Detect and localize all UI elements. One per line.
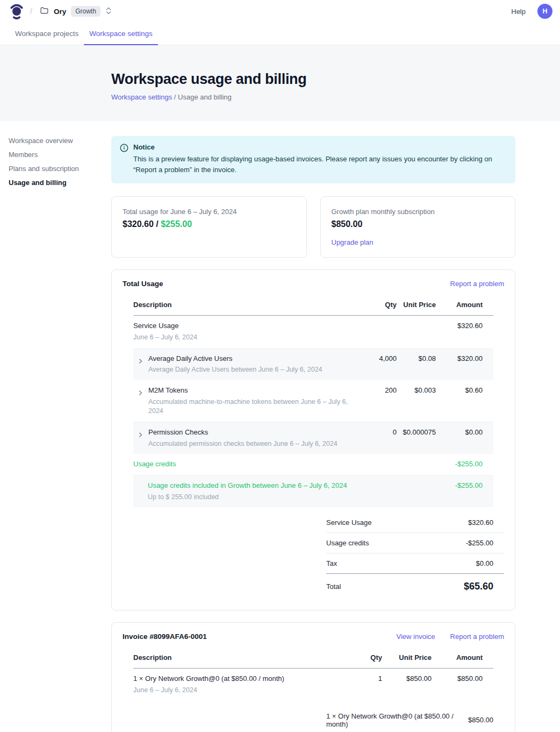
summary-value: $0.00 xyxy=(476,559,504,567)
usage-table: Description Qty Unit Price Amount Servic… xyxy=(133,294,493,507)
summary-label: 1 × Ory Network Growth@0 (at $850.00 / m… xyxy=(326,712,468,728)
summary-label: Service Usage xyxy=(326,518,372,527)
plan-label: Growth plan monthly subscription xyxy=(332,208,505,216)
row-qty: 1 xyxy=(347,674,382,684)
user-avatar[interactable]: H xyxy=(537,4,552,19)
row-subtitle: June 6 – July 6, 2024 xyxy=(133,686,347,695)
row-amount: $0.00 xyxy=(436,428,493,438)
info-icon xyxy=(120,144,128,175)
table-row: Usage credits included in Growth between… xyxy=(133,475,493,507)
help-link[interactable]: Help xyxy=(511,8,526,16)
summary-value: $850.00 xyxy=(468,716,504,724)
tab-workspace-projects[interactable]: Workspace projects xyxy=(10,23,84,45)
upgrade-plan-link[interactable]: Upgrade plan xyxy=(332,238,374,246)
col-qty: Qty xyxy=(347,647,382,668)
total-usage-value: $320.60 / $255.00 xyxy=(123,219,296,229)
top-bar: / Ory Growth Help H xyxy=(0,0,560,23)
total-usage-label: Total usage for June 6 – July 6, 2024 xyxy=(123,208,296,216)
folder-icon xyxy=(40,6,54,17)
plan-badge: Growth xyxy=(71,6,100,17)
row-unit-price: $850.00 xyxy=(382,674,432,684)
row-subtitle: Up to $ 255.00 included xyxy=(148,493,436,502)
col-description: Description xyxy=(133,294,349,315)
row-title: Usage credits included in Growth between… xyxy=(148,481,436,491)
row-title: Average Daily Active Users xyxy=(148,354,322,364)
usage-table-header: Description Qty Unit Price Amount xyxy=(133,294,493,316)
row-qty: 4,000 xyxy=(349,354,397,364)
row-qty: 0 xyxy=(349,428,397,438)
table-row: Usage credits -$255.00 xyxy=(133,454,493,475)
summary-row: Usage credits -$255.00 xyxy=(326,533,504,553)
report-problem-link-usage[interactable]: Report a problem xyxy=(450,280,504,288)
row-unit-price: $0.000075 xyxy=(397,428,436,438)
row-subtitle: Accumulated machine-to-machine tokens be… xyxy=(148,397,349,416)
total-usage-card: Total usage for June 6 – July 6, 2024 $3… xyxy=(111,196,307,258)
col-amount: Amount xyxy=(436,294,493,315)
usage-summary: Service Usage $320.60 Usage credits -$25… xyxy=(326,513,504,599)
notice-body: This is a preview feature for displaying… xyxy=(133,154,507,175)
invoice-table-header: Description Qty Unit Price Amount xyxy=(133,647,493,669)
workspace-tabs: Workspace projects Workspace settings xyxy=(0,23,560,45)
row-amount: -$255.00 xyxy=(436,459,493,470)
row-title: 1 × Ory Network Growth@0 (at $850.00 / m… xyxy=(133,674,347,684)
sidebar-item-workspace-overview[interactable]: Workspace overview xyxy=(9,137,100,144)
summary-row: 1 × Ory Network Growth@0 (at $850.00 / m… xyxy=(326,706,504,732)
summary-value: -$255.00 xyxy=(466,539,504,547)
row-unit-price: $0.003 xyxy=(397,386,436,396)
table-row: Service Usage June 6 – July 6, 2024 $320… xyxy=(133,316,493,348)
col-amount: Amount xyxy=(432,647,493,668)
breadcrumb: Workspace settings / Usage and billing xyxy=(111,93,560,101)
invoice-summary: 1 × Ory Network Growth@0 (at $850.00 / m… xyxy=(326,706,504,732)
ory-logo-icon[interactable] xyxy=(10,3,24,19)
summary-row: Tax $0.00 xyxy=(326,553,504,573)
chevron-right-icon[interactable] xyxy=(138,389,143,416)
workspace-switcher-icon[interactable] xyxy=(100,6,112,17)
row-title: M2M Tokens xyxy=(148,386,349,396)
page-title: Workspace usage and billing xyxy=(111,71,560,88)
col-unit-price: Unit Price xyxy=(382,647,432,668)
row-amount: $320.00 xyxy=(436,354,493,364)
invoice-title: Invoice #8099AFA6-0001 xyxy=(123,632,397,641)
col-qty: Qty xyxy=(349,294,397,315)
tab-workspace-settings[interactable]: Workspace settings xyxy=(84,23,158,45)
table-row: M2M Tokens Accumulated machine-to-machin… xyxy=(133,380,493,422)
view-invoice-link[interactable]: View invoice xyxy=(397,632,435,641)
row-qty: 200 xyxy=(349,386,397,396)
total-usage-title: Total Usage xyxy=(123,280,450,288)
row-subtitle: June 6 – July 6, 2024 xyxy=(133,333,349,343)
table-row: Average Daily Active Users Average Daily… xyxy=(133,349,493,380)
invoice-table: Description Qty Unit Price Amount 1 × Or… xyxy=(133,647,493,700)
sidebar-item-plans-and-subscription[interactable]: Plans and subscription xyxy=(9,165,100,172)
row-amount: $850.00 xyxy=(432,674,493,684)
row-amount: -$255.00 xyxy=(436,481,493,491)
summary-total-row: Total $65.60 xyxy=(326,573,504,599)
notice-banner: Notice This is a preview feature for dis… xyxy=(111,136,515,183)
page-header: Workspace usage and billing Workspace se… xyxy=(0,45,560,121)
row-unit-price: $0.08 xyxy=(397,354,436,364)
plan-price: $850.00 xyxy=(332,219,505,229)
row-subtitle: Accumulated permission checks between Ju… xyxy=(148,439,338,449)
usage-separator: / xyxy=(154,219,161,229)
summary-label: Usage credits xyxy=(326,539,369,547)
report-problem-link-invoice[interactable]: Report a problem xyxy=(450,632,504,641)
col-description: Description xyxy=(133,647,347,668)
usage-included-amount: $255.00 xyxy=(161,219,192,229)
table-row: Permission Checks Accumulated permission… xyxy=(133,422,493,454)
chevron-right-icon[interactable] xyxy=(138,358,143,375)
sidebar-item-usage-and-billing[interactable]: Usage and billing xyxy=(9,179,100,186)
summary-total-value: $65.60 xyxy=(464,581,504,592)
row-amount: $0.60 xyxy=(436,386,493,396)
sidebar-item-members[interactable]: Members xyxy=(9,151,100,158)
workspace-name[interactable]: Ory xyxy=(54,8,66,16)
table-row: 1 × Ory Network Growth@0 (at $850.00 / m… xyxy=(133,669,493,700)
usage-amount: $320.60 xyxy=(123,219,154,229)
total-usage-section: Total Usage Report a problem Description… xyxy=(111,269,515,610)
settings-sidebar: Workspace overview Members Plans and sub… xyxy=(9,137,100,193)
breadcrumb-separator: / xyxy=(30,7,32,16)
breadcrumb-workspace-settings-link[interactable]: Workspace settings xyxy=(111,93,172,101)
summary-label: Tax xyxy=(326,559,337,567)
chevron-right-icon[interactable] xyxy=(138,431,143,449)
notice-title: Notice xyxy=(133,143,507,151)
summary-row: Service Usage $320.60 xyxy=(326,513,504,533)
plan-subscription-card: Growth plan monthly subscription $850.00… xyxy=(320,196,516,258)
